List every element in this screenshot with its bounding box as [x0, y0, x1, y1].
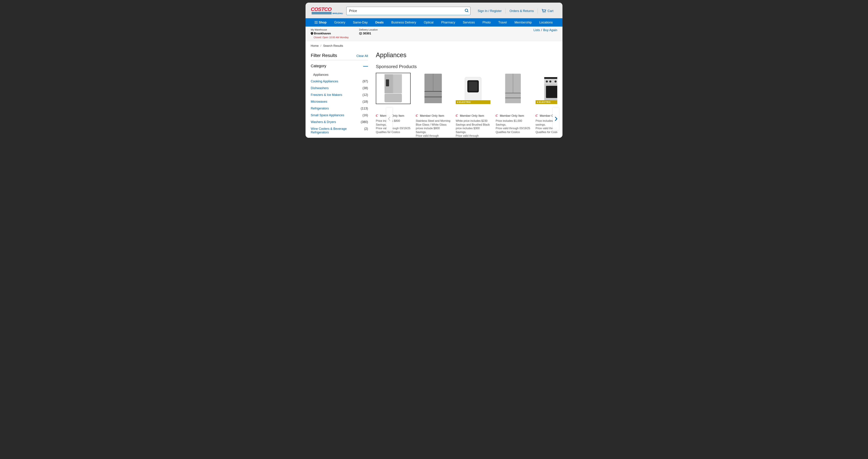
buy-again-link[interactable]: Buy Again [543, 28, 557, 32]
breadcrumb-home[interactable]: Home [311, 44, 318, 48]
product-desc: Price includes $800 Savings. Price valid… [376, 119, 410, 134]
costco-c-icon: C [496, 114, 499, 117]
svg-point-39 [546, 81, 548, 83]
svg-rect-2 [312, 13, 332, 13]
signin-link[interactable]: Sign In / Register [474, 8, 505, 13]
svg-point-5 [465, 9, 468, 11]
svg-rect-15 [386, 79, 389, 86]
svg-rect-21 [425, 97, 442, 103]
nav-optical[interactable]: Optical [420, 18, 437, 27]
warehouse-label: My Warehouse [311, 28, 349, 31]
category-microwaves[interactable]: Microwaves [311, 100, 327, 104]
svg-text:C: C [456, 114, 458, 117]
warehouse-selector[interactable]: My Warehouse Brookhaven Closed: Open 10:… [311, 28, 349, 39]
product-card[interactable]: C Member Only Item Stainless Steel and M… [416, 73, 451, 138]
svg-point-7 [543, 12, 544, 13]
delivery-zip: 30301 [363, 32, 371, 35]
nav-photo[interactable]: Photo [478, 18, 494, 27]
svg-text:WHOLESALE: WHOLESALE [333, 12, 343, 15]
svg-rect-37 [544, 77, 557, 79]
nav-locations[interactable]: Locations [535, 18, 557, 27]
carousel-prev-button[interactable] [386, 108, 393, 130]
svg-rect-35 [505, 98, 521, 98]
costco-logo[interactable]: COSTCO WHOLESALE [311, 6, 343, 16]
product-thumb [496, 73, 530, 104]
package-icon [359, 32, 362, 35]
category-small-space[interactable]: Small Space Appliances [311, 113, 344, 117]
product-thumb [376, 73, 410, 104]
category-cooking-appliances[interactable]: Cooking Appliances [311, 80, 338, 83]
nav-travel[interactable]: Travel [494, 18, 510, 27]
warehouse-hours: Closed: Open 10:00 AM Monday [311, 36, 349, 39]
svg-text:C: C [376, 114, 378, 117]
svg-rect-33 [505, 98, 521, 103]
cart-link[interactable]: Cart [538, 8, 557, 13]
svg-rect-44 [546, 86, 557, 98]
category-wine-coolers[interactable]: Wine Coolers & Beverage Refrigerators [311, 127, 351, 134]
search-input[interactable] [346, 7, 470, 15]
product-thumb: ELECTRIC [535, 73, 557, 104]
svg-rect-14 [393, 74, 402, 93]
delivery-selector[interactable]: Delivery Location 30301 [359, 28, 378, 36]
category-toggle[interactable]: Category — [311, 64, 368, 68]
category-dishwashers[interactable]: Dishwashers [311, 86, 329, 90]
nav-business-delivery[interactable]: Business Delivery [388, 18, 420, 27]
filter-results-heading: Filter Results [311, 53, 337, 58]
search-icon [465, 8, 469, 13]
costco-c-icon: C [376, 114, 379, 117]
main-nav: Shop Grocery Same-Day Deals Business Del… [306, 18, 562, 27]
svg-rect-22 [425, 91, 442, 92]
svg-line-6 [467, 11, 468, 12]
nav-pharmacy[interactable]: Pharmacy [437, 18, 459, 27]
product-card[interactable]: ELECTRIC C Member Only Item White price … [456, 73, 490, 138]
search-button[interactable] [465, 8, 469, 13]
chevron-left-icon [388, 116, 391, 121]
product-thumb [416, 73, 451, 104]
breadcrumb-current: Search Results [323, 44, 343, 48]
svg-point-41 [555, 81, 557, 83]
nav-membership[interactable]: Membership [511, 18, 535, 27]
category-washers-dryers[interactable]: Washers & Dryers [311, 120, 336, 124]
svg-marker-28 [457, 101, 459, 103]
orders-returns-link[interactable]: Orders & Returns [505, 8, 538, 13]
svg-point-8 [545, 12, 545, 13]
svg-point-40 [549, 81, 551, 83]
nav-services[interactable]: Services [459, 18, 478, 27]
cart-label: Cart [548, 8, 553, 13]
product-card[interactable]: C Member Only Item Price includes $1,000… [496, 73, 530, 138]
svg-text:C: C [535, 114, 538, 117]
lists-link[interactable]: Lists [533, 28, 540, 32]
svg-rect-20 [425, 91, 442, 96]
electric-badge: ELECTRIC [535, 100, 557, 104]
svg-text:COSTCO: COSTCO [311, 6, 332, 12]
product-desc: White price includes $230 Savings and Br… [456, 119, 490, 138]
sponsored-heading: Sponsored Products [376, 64, 557, 69]
warehouse-name: Brookhaven [314, 32, 331, 35]
chevron-right-icon [554, 116, 558, 121]
carousel-next-button[interactable] [553, 108, 559, 130]
category-refrigerators[interactable]: Refrigerators [311, 107, 329, 110]
bolt-icon [537, 101, 538, 103]
costco-c-icon: C [456, 114, 459, 117]
svg-rect-27 [469, 82, 477, 91]
member-only-label: C Member Only Item [416, 106, 451, 118]
nav-grocery[interactable]: Grocery [330, 18, 349, 27]
nav-deals[interactable]: Deals [372, 18, 388, 27]
hamburger-icon [315, 21, 318, 24]
location-pin-icon [311, 32, 313, 35]
page-title: Appliances [376, 51, 557, 59]
product-desc: Stainless Steel and Morning Blue Glass /… [416, 119, 451, 138]
clear-all-link[interactable]: Clear All [356, 54, 368, 58]
electric-badge: ELECTRIC [456, 100, 490, 104]
costco-c-icon: C [416, 114, 419, 117]
nav-same-day[interactable]: Same-Day [349, 18, 372, 27]
member-only-label: C Member Only Item [376, 106, 410, 118]
svg-marker-46 [537, 101, 538, 103]
category-freezers[interactable]: Freezers & Ice Makers [311, 93, 342, 97]
product-card[interactable]: C Member Only Item Price includes $800 S… [376, 73, 410, 138]
nav-shop[interactable]: Shop [311, 18, 330, 27]
svg-rect-23 [425, 96, 442, 97]
category-heading: Category [311, 64, 326, 68]
delivery-label: Delivery Location [359, 28, 378, 31]
costco-c-icon: C [535, 114, 539, 117]
